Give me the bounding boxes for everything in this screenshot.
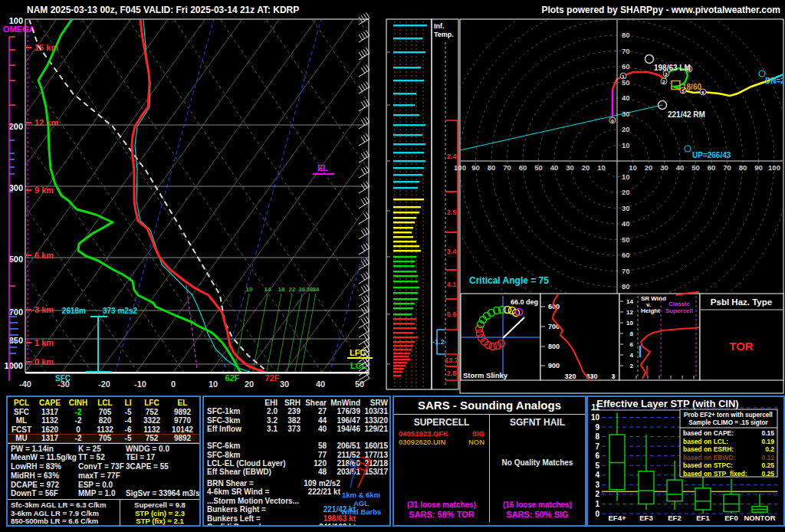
wind-barb-icon (359, 31, 370, 43)
parcel-cell: -5 (118, 434, 138, 443)
parcel-col-header: LCL (92, 399, 118, 408)
moisture-bar (393, 318, 416, 320)
svg-text:Classic: Classic (668, 300, 691, 307)
svg-text:221/42 RM: 221/42 RM (668, 110, 705, 119)
kin-value: 109 m2/s2 (290, 479, 340, 488)
svg-text:4.1: 4.1 (447, 281, 457, 288)
svg-text:-1.2: -1.2 (432, 338, 445, 346)
moisture-bar (393, 275, 418, 277)
svg-text:30: 30 (660, 163, 668, 172)
svg-text:3.4: 3.4 (447, 248, 457, 255)
svg-text:20: 20 (622, 188, 630, 196)
wind-barb-icon (359, 317, 370, 329)
svg-text:66.0 deg: 66.0 deg (511, 298, 538, 306)
parcel-cell: -5 (118, 408, 138, 417)
corfidi-upshear-marker (685, 146, 691, 152)
parcel-cell: 3322 (138, 416, 166, 425)
sars-supercell-loose: (31 loose matches) (394, 500, 489, 510)
svg-text:20: 20 (245, 379, 254, 389)
sounding-plot-svg: 10141822263034100200300500700850100015 k… (0, 0, 785, 395)
svg-text:80: 80 (739, 163, 747, 172)
kin-cell: 103/31 (362, 407, 389, 415)
svg-text:EF3: EF3 (639, 514, 652, 522)
thermo-index: MeanW = 11.5g/kg (11, 453, 78, 462)
thermo-index: MidRH = 63% (11, 471, 78, 481)
kin-cell: 3.1 (261, 425, 279, 433)
kin-cell (279, 451, 302, 459)
parcel-cell: 705 (92, 434, 118, 443)
sars-match-row[interactable]: 04051923.GFKSIG (394, 429, 489, 438)
svg-text:5.6: 5.6 (447, 310, 457, 318)
svg-text:80: 80 (488, 163, 496, 172)
moisture-bar (393, 353, 410, 354)
parcel-cell: 1132 (138, 425, 166, 435)
svg-text:30: 30 (622, 110, 630, 118)
svg-text:80: 80 (622, 31, 630, 39)
sars-match-row[interactable]: 03092620.UINNON (394, 438, 489, 446)
svg-text:14: 14 (626, 298, 633, 305)
thermo-index: TEI = 17 (126, 453, 201, 462)
svg-text:9 km: 9 km (34, 186, 54, 195)
thermo-index: SigSvr = 33964 m3/s3 (126, 489, 201, 498)
kin-gap (302, 433, 328, 442)
svg-text:10: 10 (591, 413, 600, 422)
svg-text:Sample CLIMO = .15 sigtor: Sample CLIMO = .15 sigtor (688, 419, 768, 426)
sars-supercell-prob: SARS: 58% TOR (394, 510, 489, 520)
parcel-cell: FCST (8, 425, 35, 435)
moisture-bar (393, 51, 425, 53)
moisture-bar (393, 371, 402, 373)
kin-col-header (204, 399, 261, 407)
parcel-cell: 705 (92, 408, 118, 417)
kin-cell (279, 468, 302, 476)
agl-windbarbs-note: 1km & 6km AGL Wind Barbs (334, 457, 388, 516)
svg-text:20: 20 (622, 125, 630, 133)
thermo-index: DownT = 56F (11, 489, 78, 498)
thermo-index: ConvT = 73F (78, 462, 126, 471)
parcel-col-header: PCL (8, 399, 35, 408)
kin-cell: 2.0 (261, 407, 279, 415)
svg-text:0.2: 0.2 (765, 445, 774, 453)
moisture-bar (393, 303, 415, 304)
svg-text:10: 10 (622, 172, 630, 181)
svg-text:40: 40 (676, 163, 685, 172)
parcel-cell: 820 (92, 416, 118, 425)
moisture-bar (393, 368, 404, 369)
svg-text:Storm Slinky: Storm Slinky (463, 371, 508, 379)
parcel-cell: -2 (64, 434, 92, 443)
moisture-bar (393, 362, 407, 363)
kin-cell: 206/51 (328, 442, 362, 450)
svg-text:0: 0 (595, 510, 599, 518)
moisture-bar (393, 250, 421, 251)
svg-text:0.12: 0.12 (761, 454, 774, 461)
wind-barb-icon (359, 65, 370, 77)
thermo-index: LowRH = 83% (11, 462, 78, 471)
moisture-bar (393, 199, 424, 200)
svg-text:TOR: TOR (729, 340, 754, 353)
moisture-bar (393, 307, 413, 309)
svg-text:Inf.: Inf. (434, 22, 445, 30)
svg-text:OMEGA: OMEGA (3, 25, 35, 34)
svg-text:Psbl Haz. Type: Psbl Haz. Type (711, 297, 772, 307)
kin-cell: 48 (302, 468, 328, 476)
kin-gap (328, 433, 362, 442)
svg-text:0.25: 0.25 (761, 470, 774, 478)
moisture-bar (393, 134, 422, 136)
kin-cell (261, 459, 279, 468)
kin-cell: Eff Inflow (204, 425, 261, 433)
sars-match-flag: SIG (457, 429, 484, 438)
svg-text:7: 7 (595, 442, 599, 451)
svg-text:40: 40 (316, 379, 325, 389)
svg-text:40: 40 (550, 163, 559, 172)
kin-cell: 40 (302, 425, 328, 433)
parcel-cell: -4 (118, 416, 138, 425)
parcel-cell: -6 (118, 425, 138, 435)
wind-barb-icon (359, 151, 370, 163)
moisture-profile-panel (386, 19, 432, 389)
parcel-cell: -2 (64, 416, 92, 425)
kin-cell: SFC-8km (204, 451, 261, 459)
svg-text:based on LCL:: based on LCL: (683, 438, 728, 445)
svg-text:100: 100 (768, 163, 780, 172)
kin-cell (261, 468, 279, 476)
kin-cell: 133/20 (362, 416, 389, 425)
svg-text:6: 6 (595, 452, 599, 460)
